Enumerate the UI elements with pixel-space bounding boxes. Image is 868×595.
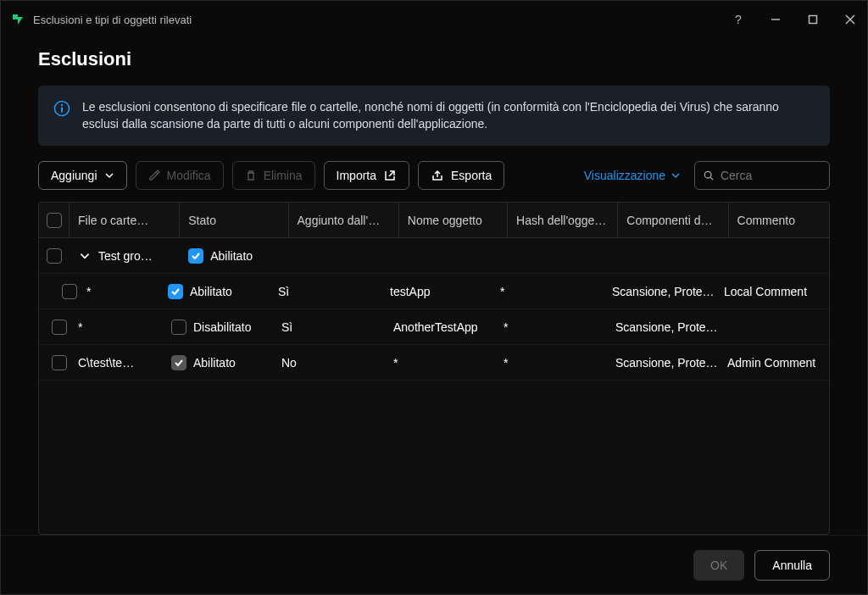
pencil-icon — [148, 170, 160, 181]
cell-aggiunto: Sì — [278, 285, 289, 298]
status-checkbox[interactable] — [171, 320, 186, 335]
status-checkbox[interactable] — [188, 248, 203, 264]
window-title: Esclusioni e tipi di oggetti rilevati — [33, 14, 732, 26]
cell-aggiunto: Sì — [281, 320, 292, 334]
info-text: Le esclusioni consentono di specificare … — [82, 99, 815, 132]
cell-file: C\test\te… — [78, 356, 134, 370]
cell-nome: AnotherTestApp — [393, 320, 478, 334]
cell-stato: Abilitato — [210, 249, 253, 263]
trash-icon — [245, 170, 257, 181]
info-icon — [53, 100, 70, 132]
cell-hash: * — [504, 356, 508, 370]
cell-comm: Admin Comment — [727, 356, 815, 370]
export-icon — [431, 169, 444, 182]
footer: OK Annulla — [1, 535, 867, 594]
table-row[interactable]: Test gro… Abilitato — [39, 238, 829, 274]
table-row[interactable]: C\test\te… Abilitato No * * Scansione, P… — [39, 345, 829, 381]
exclusions-table: File o carte… Stato Aggiunto dall'… Nome… — [38, 202, 830, 535]
toolbar: Aggiungi Modifica Elimina Importa Esport… — [38, 161, 830, 190]
col-nome[interactable]: Nome oggetto — [399, 203, 508, 237]
help-icon[interactable]: ? — [732, 13, 745, 26]
table-header: File o carte… Stato Aggiunto dall'… Nome… — [39, 203, 829, 238]
import-button[interactable]: Importa — [324, 161, 409, 190]
minimize-icon[interactable] — [769, 13, 782, 26]
import-button-label: Importa — [337, 169, 376, 182]
cell-stato: Disabilitato — [193, 320, 251, 334]
svg-point-7 — [704, 171, 711, 178]
table-row[interactable]: * Abilitato Sì testApp * Scansione, Prot… — [39, 274, 829, 309]
cell-file: * — [86, 285, 91, 298]
export-button-label: Esporta — [451, 169, 492, 182]
col-commento[interactable]: Commento — [729, 203, 829, 237]
app-logo-icon — [11, 13, 25, 26]
cell-comp: Scansione, Prote… — [612, 285, 715, 298]
status-checkbox[interactable] — [171, 355, 186, 370]
view-dropdown[interactable]: Visualizzazione — [584, 169, 681, 182]
cell-file: * — [78, 320, 82, 334]
delete-button-label: Elimina — [264, 169, 303, 182]
svg-line-8 — [710, 177, 713, 180]
edit-button-label: Modifica — [167, 169, 211, 182]
cell-stato: Abilitato — [190, 285, 232, 298]
info-banner: Le esclusioni consentono di specificare … — [38, 86, 830, 146]
chevron-down-icon — [104, 170, 114, 181]
cell-comp: Scansione, Prote… — [615, 356, 718, 370]
chevron-down-icon[interactable] — [78, 249, 92, 263]
close-icon[interactable] — [843, 13, 857, 26]
ok-button: OK — [693, 550, 744, 581]
titlebar: Esclusioni e tipi di oggetti rilevati ? — [1, 1, 867, 38]
cell-stato: Abilitato — [193, 356, 236, 370]
select-all-checkbox[interactable] — [47, 213, 62, 228]
delete-button: Elimina — [232, 161, 315, 190]
search-input[interactable] — [721, 169, 821, 182]
cell-nome: * — [393, 356, 398, 370]
row-checkbox[interactable] — [52, 355, 67, 370]
table-row[interactable]: * Disabilitato Sì AnotherTestApp * Scans… — [39, 309, 829, 345]
cell-file: Test gro… — [98, 249, 153, 263]
page-title: Esclusioni — [38, 48, 830, 70]
window: Esclusioni e tipi di oggetti rilevati ? … — [0, 0, 868, 595]
cell-hash: * — [504, 320, 508, 334]
cell-comm: Local Comment — [724, 285, 807, 298]
col-aggiunto[interactable]: Aggiunto dall'… — [289, 203, 399, 237]
cell-aggiunto: No — [281, 356, 297, 370]
edit-button: Modifica — [136, 161, 224, 190]
search-field[interactable] — [694, 161, 830, 190]
maximize-icon[interactable] — [806, 13, 820, 26]
chevron-down-icon — [670, 170, 681, 181]
search-icon — [704, 170, 714, 181]
cell-hash: * — [500, 285, 504, 298]
row-checkbox[interactable] — [47, 248, 62, 264]
status-checkbox[interactable] — [168, 284, 183, 299]
svg-rect-1 — [810, 16, 817, 24]
row-checkbox[interactable] — [52, 320, 67, 335]
content-area: Esclusioni Le esclusioni consentono di s… — [1, 38, 867, 535]
add-button[interactable]: Aggiungi — [38, 161, 127, 190]
col-stato[interactable]: Stato — [180, 203, 288, 237]
cancel-button[interactable]: Annulla — [754, 550, 830, 581]
select-all-column[interactable] — [39, 203, 70, 237]
export-button[interactable]: Esporta — [418, 161, 504, 190]
col-componenti[interactable]: Componenti d… — [618, 203, 728, 237]
cell-nome: testApp — [390, 285, 430, 298]
col-file[interactable]: File o carte… — [70, 203, 180, 237]
import-icon — [383, 169, 397, 182]
svg-rect-6 — [61, 108, 63, 113]
col-hash[interactable]: Hash dell'ogge… — [508, 203, 618, 237]
row-checkbox[interactable] — [62, 284, 77, 299]
view-label: Visualizzazione — [584, 169, 665, 182]
cell-comp: Scansione, Prote… — [615, 320, 718, 334]
svg-point-5 — [61, 104, 63, 106]
add-button-label: Aggiungi — [51, 169, 97, 182]
